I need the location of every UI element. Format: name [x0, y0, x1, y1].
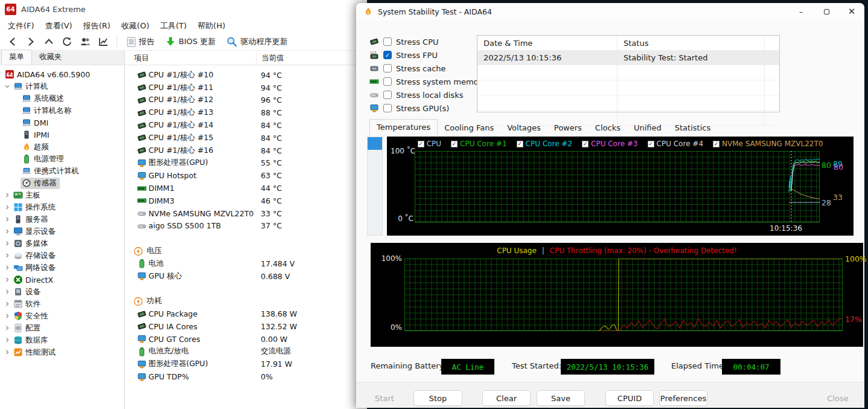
menu-item[interactable]: 帮助(H)	[192, 19, 231, 33]
sidebar-item[interactable]: 服务器	[0, 213, 124, 225]
sidebar-item[interactable]: 显示设备	[0, 225, 124, 237]
sensor-row[interactable]: CPU GT Cores0.00 W	[125, 333, 367, 346]
sidebar-item[interactable]: 软件	[0, 298, 124, 310]
sensor-section-row[interactable]: 电压	[125, 245, 367, 257]
sensor-row[interactable]: CPU #1/核心 #1584 °C	[125, 132, 367, 144]
sidebar-item[interactable]: 计算机	[0, 80, 124, 92]
chevron-right-icon[interactable]	[2, 276, 12, 283]
minimize-button[interactable]: –	[788, 3, 814, 20]
sensor-row[interactable]: DIMM144 °C	[125, 182, 367, 195]
legend-checkbox[interactable]: ✓	[517, 141, 523, 147]
sensor-row[interactable]: GPU 核心0.688 V	[125, 270, 367, 283]
cpuid-button[interactable]: CPUID	[605, 390, 654, 406]
sensor-row[interactable]: CPU #1/核心 #1296 °C	[125, 94, 367, 107]
sensor-row[interactable]: 电池充/放电交流电源	[125, 346, 367, 358]
chart-icon[interactable]	[95, 35, 111, 48]
sidebar-item[interactable]: 系统概述	[0, 92, 124, 105]
main-titlebar[interactable]: 64 AIDA64 Extreme	[0, 0, 367, 18]
chevron-right-icon[interactable]	[2, 300, 12, 308]
legend-checkbox[interactable]: ✓	[648, 141, 654, 147]
tab-powers[interactable]: Powers	[547, 120, 589, 136]
stop-button[interactable]: Stop	[413, 390, 462, 406]
sidebar-item[interactable]: 设备	[0, 286, 124, 298]
menu-item[interactable]: 收藏(O)	[116, 19, 155, 33]
tab-clocks[interactable]: Clocks	[589, 120, 627, 136]
sensor-row[interactable]: NVMe SAMSUNG MZVL22T033 °C	[125, 207, 367, 220]
tab-temperatures[interactable]: Temperatures	[369, 119, 438, 136]
checkbox[interactable]	[383, 37, 392, 46]
sensor-row[interactable]: GPU TDP%0%	[125, 370, 367, 383]
chevron-right-icon[interactable]	[2, 204, 12, 211]
users-icon[interactable]	[77, 35, 93, 48]
sidebar-item[interactable]: IPMI	[0, 129, 124, 141]
sidebar-item[interactable]: 网络设备	[0, 262, 124, 274]
driver-update-button[interactable]: 驱动程序更新	[222, 34, 292, 49]
back-icon[interactable]	[5, 35, 21, 48]
sidebar-item[interactable]: 多媒体	[0, 237, 124, 250]
sensor-row[interactable]: CPU #1/核心 #1388 °C	[125, 106, 367, 119]
sensor-row[interactable]: 电池17.484 V	[125, 257, 367, 270]
sensor-row[interactable]: CPU #1/核心 #1484 °C	[125, 119, 367, 132]
sensor-row[interactable]: aigo SSD S500 1TB37 °C	[125, 220, 367, 233]
checkbox[interactable]	[383, 91, 392, 99]
sensor-row[interactable]: GPU Hotspot63 °C	[125, 169, 367, 182]
chevron-right-icon[interactable]	[2, 288, 12, 295]
column-header-value[interactable]: 当前值	[256, 53, 284, 63]
sensor-row[interactable]: DIMM346 °C	[125, 195, 367, 207]
chevron-right-icon[interactable]	[2, 349, 12, 356]
up-icon[interactable]	[41, 35, 57, 48]
sidebar-item[interactable]: 配置	[0, 322, 124, 334]
log-row[interactable]: 2022/5/13 10:15:36Stability Test: Starte…	[477, 50, 779, 65]
chevron-right-icon[interactable]	[2, 240, 12, 247]
close-button[interactable]: ✕	[839, 3, 864, 20]
sidebar-item[interactable]: 超频	[0, 141, 124, 153]
checkbox[interactable]: ✓	[383, 51, 392, 59]
sensor-row[interactable]: CPU Package138.68 W	[125, 308, 367, 320]
tab-cooling-fans[interactable]: Cooling Fans	[438, 120, 500, 136]
menu-item[interactable]: 文件(F)	[2, 19, 40, 33]
sensor-row[interactable]: CPU IA Cores132.52 W	[125, 320, 367, 333]
sensor-row[interactable]: 图形处理器(GPU)17.91 W	[125, 358, 367, 370]
log-col-status[interactable]: Status	[617, 36, 765, 50]
report-button[interactable]: 报告	[123, 34, 159, 49]
sidebar-item[interactable]: 便携式计算机	[0, 165, 124, 177]
sensor-row[interactable]: CPU #1/核心 #1094 °C	[125, 69, 367, 82]
sidebar-item[interactable]: 存储设备	[0, 250, 124, 262]
tab-statistics[interactable]: Statistics	[668, 120, 717, 136]
checkbox[interactable]	[383, 104, 392, 112]
sensor-row[interactable]: CPU #1/核心 #1194 °C	[125, 82, 367, 94]
legend-checkbox[interactable]: ✓	[418, 141, 424, 147]
clear-button[interactable]: Clear	[482, 390, 531, 406]
chevron-right-icon[interactable]	[2, 216, 12, 223]
sensor-row[interactable]: 图形处理器(GPU)55 °C	[125, 157, 367, 170]
sidebar-item[interactable]: 计算机名称	[0, 105, 124, 117]
legend-checkbox[interactable]: ✓	[582, 141, 589, 147]
sidebar-item[interactable]: 传感器	[0, 177, 124, 189]
tab-voltages[interactable]: Voltages	[500, 120, 547, 136]
sidebar-item[interactable]: DMI	[0, 117, 124, 129]
sidebar-item[interactable]: DirectX	[0, 274, 124, 286]
menu-item[interactable]: 报告(R)	[78, 19, 116, 33]
sidebar-item[interactable]: 安全性	[0, 310, 124, 322]
log-col-datetime[interactable]: Date & Time	[477, 36, 617, 50]
chevron-down-icon[interactable]	[2, 83, 12, 90]
sensor-section-row[interactable]: 功耗	[125, 295, 367, 308]
sidebar-item[interactable]: 电源管理	[0, 153, 124, 165]
chevron-right-icon[interactable]	[2, 192, 12, 199]
checkbox[interactable]	[383, 77, 392, 86]
chevron-right-icon[interactable]	[2, 324, 12, 332]
chart-scrollbar[interactable]	[367, 137, 383, 236]
menu-item[interactable]: 查看(V)	[40, 19, 78, 33]
refresh-icon[interactable]	[59, 35, 75, 48]
sidebar-item[interactable]: 性能测试	[0, 346, 124, 358]
legend-checkbox[interactable]: ✓	[713, 141, 720, 147]
preferences-button[interactable]: Preferences	[659, 390, 707, 406]
chart-scrollbar-thumb[interactable]	[368, 137, 382, 150]
chevron-right-icon[interactable]	[2, 264, 12, 271]
forward-icon[interactable]	[23, 35, 39, 48]
column-header-item[interactable]: 项目	[134, 53, 149, 63]
chevron-right-icon[interactable]	[2, 228, 12, 235]
chevron-right-icon[interactable]	[2, 252, 12, 259]
sidebar-item[interactable]: 数据库	[0, 334, 124, 346]
bios-update-button[interactable]: BIOS 更新	[161, 34, 220, 49]
